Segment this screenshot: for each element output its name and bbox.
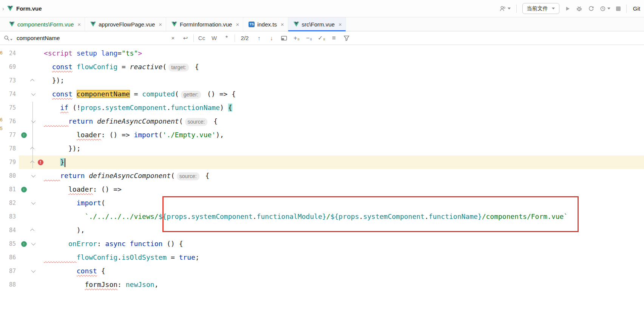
code-text[interactable]: }); bbox=[44, 142, 644, 155]
code-text[interactable]: const componentName = computed(getter: (… bbox=[44, 87, 644, 101]
filter-search-results-button[interactable] bbox=[342, 34, 351, 43]
fold-expanded-icon[interactable] bbox=[31, 241, 36, 245]
stop-button[interactable] bbox=[616, 6, 621, 11]
code-text[interactable]: loader: () => import('./Empty.vue'), bbox=[44, 128, 644, 142]
code-token: const bbox=[77, 267, 97, 275]
search-options-lines-icon[interactable]: ≡ bbox=[329, 34, 338, 43]
code-text[interactable]: return defineAsyncComponent(source: { bbox=[44, 169, 644, 183]
select-all-occurrences-button[interactable]: ✓II bbox=[317, 34, 326, 43]
line-number[interactable]: 83 bbox=[2, 210, 19, 223]
next-occurrence-button[interactable]: ↓ bbox=[267, 34, 276, 43]
search-icon[interactable] bbox=[4, 35, 12, 41]
line-number[interactable]: 78 bbox=[2, 142, 19, 155]
fold-expanded-icon[interactable] bbox=[31, 200, 36, 205]
code-text[interactable]: return defineAsyncComponent(source: { bbox=[44, 115, 644, 128]
fold-expanded-icon[interactable] bbox=[31, 173, 36, 177]
line-number[interactable]: 74 bbox=[2, 87, 19, 101]
debug-button[interactable] bbox=[576, 5, 582, 12]
code-text[interactable]: onError: async function () { bbox=[44, 237, 644, 251]
line-number[interactable]: 73 bbox=[2, 74, 19, 87]
code-text[interactable]: loader: () => bbox=[44, 183, 644, 196]
code-token: ), bbox=[77, 226, 85, 234]
code-token: `./../../../views/ bbox=[85, 212, 158, 220]
code-text[interactable]: }); bbox=[44, 74, 644, 87]
code-token bbox=[85, 172, 89, 180]
clear-search-icon[interactable]: × bbox=[168, 34, 178, 43]
add-selection-occurrence-button[interactable]: +II bbox=[292, 34, 301, 43]
code-text[interactable]: const { bbox=[44, 264, 644, 278]
previous-occurrence-button[interactable]: ↑ bbox=[255, 34, 264, 43]
gutter-arrow-up-icon[interactable]: ↑ bbox=[21, 187, 27, 192]
line-number[interactable]: 81 bbox=[2, 183, 19, 196]
open-in-find-window-button[interactable] bbox=[280, 34, 289, 43]
code-text[interactable]: } bbox=[44, 155, 644, 169]
fold-end-icon[interactable] bbox=[30, 79, 34, 83]
code-token: onError bbox=[68, 240, 97, 248]
code-text[interactable]: formJson: newJson, bbox=[44, 278, 644, 291]
fold-expanded-icon[interactable] bbox=[31, 268, 36, 273]
match-case-toggle[interactable]: Cc bbox=[197, 34, 206, 43]
line-number[interactable]: 76 bbox=[2, 115, 19, 128]
gutter-fold-cell bbox=[29, 155, 37, 169]
gutter-fold-cell bbox=[29, 142, 37, 155]
whole-words-toggle[interactable]: W bbox=[210, 34, 219, 43]
editor-tab[interactable]: src\Form.vue× bbox=[288, 17, 346, 31]
line-number[interactable]: 82 bbox=[2, 196, 19, 210]
newline-icon[interactable]: ↩ bbox=[181, 34, 190, 43]
line-number[interactable]: 87 bbox=[2, 264, 19, 278]
search-input[interactable] bbox=[16, 34, 165, 42]
code-text[interactable]: if (!props.systemComponent.functionName)… bbox=[44, 101, 644, 115]
collaborate-users-button[interactable] bbox=[499, 5, 511, 12]
run-with-coverage-button[interactable] bbox=[588, 6, 594, 12]
active-fold-region-line bbox=[32, 102, 33, 168]
regex-toggle[interactable]: * bbox=[222, 34, 231, 43]
line-number[interactable]: 77 bbox=[2, 128, 19, 142]
line-number[interactable]: 75 bbox=[2, 101, 19, 115]
line-number[interactable]: 24 bbox=[2, 46, 19, 60]
fold-expanded-icon[interactable] bbox=[31, 119, 36, 123]
code-token: { bbox=[209, 117, 218, 125]
editor-tab[interactable]: components\Form.vue× bbox=[4, 17, 85, 31]
line-number[interactable]: 79 bbox=[2, 155, 19, 169]
code-token bbox=[44, 212, 85, 220]
remove-selection-occurrence-button[interactable]: −II bbox=[304, 34, 314, 43]
tab-close-icon[interactable]: × bbox=[77, 21, 81, 28]
gutter-arrow-up-icon[interactable]: ↑ bbox=[21, 241, 27, 247]
code-token: = bbox=[167, 253, 179, 261]
fold-end-icon[interactable] bbox=[30, 229, 34, 233]
code-text[interactable]: flowConfig.isOldSystem = true; bbox=[44, 251, 644, 264]
vue-file-icon bbox=[90, 22, 96, 27]
gutter-arrow-up-icon[interactable]: ↑ bbox=[21, 132, 27, 138]
tab-close-icon[interactable]: × bbox=[159, 21, 162, 28]
code-text[interactable]: <script setup lang="ts"> bbox=[44, 46, 644, 60]
git-menu[interactable]: Git bbox=[633, 5, 640, 12]
code-editor[interactable]: 24<script setup lang="ts">69 const flowC… bbox=[0, 45, 644, 310]
code-text[interactable]: `./../../../views/${props.systemComponen… bbox=[44, 210, 644, 223]
line-number[interactable]: 85 bbox=[2, 237, 19, 251]
line-number[interactable]: 84 bbox=[2, 223, 19, 237]
editor-tab[interactable]: TSindex.ts× bbox=[243, 17, 288, 31]
error-icon[interactable]: ! bbox=[38, 160, 43, 165]
profiler-button[interactable] bbox=[600, 6, 610, 12]
tab-close-icon[interactable]: × bbox=[338, 21, 342, 28]
code-text[interactable]: const flowConfig = reactive(target: { bbox=[44, 60, 644, 74]
gutter-mark-cell bbox=[19, 46, 29, 60]
line-number[interactable]: 80 bbox=[2, 169, 19, 183]
code-text[interactable]: ), bbox=[44, 223, 644, 237]
line-number[interactable]: 69 bbox=[2, 60, 19, 74]
code-token bbox=[73, 90, 77, 98]
code-token bbox=[44, 240, 68, 248]
code-text[interactable]: import( bbox=[44, 196, 644, 210]
tab-close-icon[interactable]: × bbox=[236, 21, 239, 28]
editor-tab[interactable]: approveFlowPage.vue× bbox=[85, 17, 166, 31]
fold-expanded-icon[interactable] bbox=[31, 91, 36, 96]
gutter-mark-cell bbox=[19, 210, 29, 223]
code-token: . bbox=[187, 212, 191, 220]
line-number[interactable]: 86 bbox=[2, 251, 19, 264]
run-button[interactable] bbox=[565, 6, 570, 11]
run-configuration-selector[interactable]: 当前文件 bbox=[522, 3, 559, 14]
tab-close-icon[interactable]: × bbox=[281, 21, 284, 28]
editor-tab[interactable]: FormInformation.vue× bbox=[166, 17, 243, 31]
line-number[interactable]: 88 bbox=[2, 278, 19, 291]
code-token bbox=[73, 49, 77, 57]
